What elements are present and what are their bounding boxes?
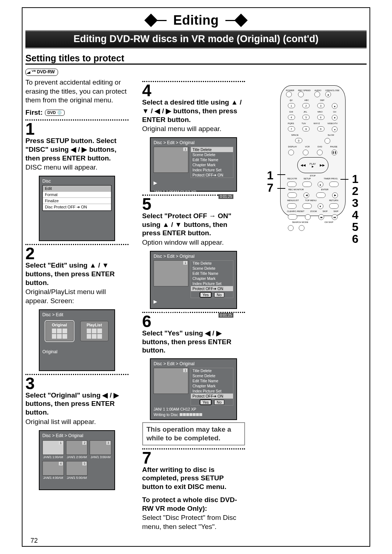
recspeed-button-icon — [298, 91, 304, 97]
edit-menu: Title Delete Scene Delete Edit Title Nam… — [191, 368, 233, 406]
step-7: 7 After writing to disc is completed, pr… — [142, 449, 245, 491]
note-box: This operation may take a while to be co… — [142, 422, 245, 445]
disc-icon: ◢ — [26, 70, 30, 74]
step-num: 2 — [25, 245, 128, 262]
intro-text: To prevent accidental editing or erasing… — [25, 78, 128, 105]
column-right: POWER REC SPEED AUDIO OPEN/CLOSE▲ @/:ABC… — [259, 78, 367, 534]
step-head: Select "Original" using ◀ / ▶ buttons, t… — [25, 391, 128, 417]
step-body: DISC menu will appear. — [25, 163, 128, 172]
remote-callout-right: 1 2 3 4 5 6 — [352, 173, 359, 245]
callout-line-icon — [340, 179, 348, 180]
no-option: No — [214, 292, 224, 297]
rew-icon: ◀◀ — [301, 163, 306, 167]
screen-edit-menu-5: Disc > Edit > Original 1 Title Delete Sc… — [150, 251, 237, 309]
step-num: 7 — [142, 449, 245, 466]
whole-disc: To protect a whole disc DVD-RW VR mode O… — [142, 496, 245, 531]
thumb: 1 — [42, 440, 64, 455]
badge-vr: VR — [32, 69, 36, 73]
yes-option: Yes — [200, 292, 211, 297]
footer-right: 0:01:25 — [219, 194, 233, 199]
thumb-grid: 1 JAN/1 1:00AM 2 JAN/1 2:00AM 3 JAN/1 3:… — [42, 440, 111, 480]
menu-item: Disc Protect OFF ➔ ON — [43, 204, 111, 211]
step-2: 2 Select "Edit" using ▲ / ▼ buttons, the… — [25, 245, 128, 306]
screen-orig-list: Disc > Edit > Original 1 JAN/1 1:00AM 2 … — [39, 430, 115, 490]
callout-line-icon — [277, 188, 285, 189]
original-tile: Original — [45, 321, 74, 341]
screen-orig-play: Disc > Edit Original PlayList Original — [39, 309, 115, 371]
screen-disc-menu: Disc Edit Format Finalize Disc Protect O… — [39, 176, 115, 241]
playlist-tile: PlayList — [80, 321, 109, 341]
step-head: Press SETUP button. Select "DISC" using … — [25, 137, 128, 162]
thumb: 5 — [66, 461, 87, 476]
no-option: No — [214, 400, 224, 405]
writing-row: Writing to Disc — [154, 412, 233, 417]
remote-row-top: POWER REC SPEED AUDIO OPEN/CLOSE▲ — [284, 89, 342, 97]
up-arrow-icon: ▲ — [318, 182, 323, 187]
progress-bar-icon — [180, 413, 202, 416]
edit-menu: Title Delete Scene Delete Edit Title Nam… — [191, 147, 233, 178]
tile-label: Original — [52, 323, 67, 327]
play-dpad: ◀◀ PLAY▶ ▶▶ — [297, 157, 328, 173]
step-3: 3 Select "Original" using ◀ / ▶ buttons,… — [25, 375, 128, 427]
dvd-button-icon — [317, 150, 323, 155]
thumb: 3 — [90, 440, 111, 455]
step-body: Original list will appear. — [25, 417, 128, 427]
dvdrw-badge: ◢ VR DVD-RW — [25, 69, 58, 76]
step-num: 3 — [25, 375, 128, 392]
screen-edit-menu-6: Disc > Edit > Original 1 Title Delete Sc… — [150, 358, 237, 420]
yes-no-row: Yes No — [191, 292, 233, 298]
yes-no-row: Yes No — [191, 399, 233, 405]
footer-left: JAN/ 1 1:00AM CH12 XP — [154, 190, 196, 194]
screen-crumb: Disc — [42, 179, 111, 184]
remote-callout-left: 1 7 — [267, 170, 274, 194]
step-head: After writing to disc is completed, pres… — [142, 465, 245, 491]
diamond-left-icon — [144, 14, 158, 27]
big-thumb: 1 — [154, 147, 188, 173]
main-columns: To prevent accidental editing or erasing… — [25, 78, 367, 534]
orig-caption: Original — [42, 349, 111, 354]
thumb: 2 — [66, 440, 87, 455]
step-num: 4 — [142, 82, 245, 99]
play-icon: ▶ — [154, 299, 233, 304]
recmon-button-icon — [287, 192, 297, 198]
play-icon: ▶ — [154, 180, 233, 186]
timerprog-button-icon — [329, 182, 339, 187]
footer-right: 0:01:25 — [219, 313, 233, 318]
menu-item: Format — [43, 192, 111, 198]
grid-icon — [52, 329, 67, 339]
audio-button-icon — [314, 91, 320, 97]
menu-list: Edit Format Finalize Disc Protect OFF ➔ … — [42, 185, 111, 211]
screen-crumb: Disc > Edit > Original — [154, 361, 233, 366]
section-banner: Editing DVD-RW discs in VR mode (Origina… — [25, 30, 367, 49]
big-thumb: 1 — [154, 368, 188, 394]
menu-item: Finalize — [43, 198, 111, 204]
remote-wrap: POWER REC SPEED AUDIO OPEN/CLOSE▲ @/:ABC… — [280, 85, 346, 216]
screen-edit-menu-4: Disc > Edit > Original 1 Title Delete Sc… — [150, 137, 237, 192]
grid-icon — [87, 329, 102, 339]
yes-option: Yes — [200, 400, 211, 405]
menu-item: Edit — [43, 186, 111, 192]
step-body: Original menu will appear. — [142, 125, 245, 134]
slow-button-icon — [324, 138, 330, 144]
chapter-title: Editing — [167, 13, 225, 28]
remote-illustration: POWER REC SPEED AUDIO OPEN/CLOSE▲ @/:ABC… — [280, 85, 346, 216]
enter-button-icon — [316, 192, 326, 198]
thumb-time: JAN/1 1:00AM — [42, 455, 64, 459]
step-head: Select "Protect OFF → ON" using ▲ / ▼ bu… — [142, 212, 245, 237]
topmenu-button-icon — [302, 203, 312, 209]
left-arrow-icon: ◀ — [303, 192, 309, 198]
screen-crumb: Disc > Edit > Original — [42, 433, 111, 438]
pause-button-icon: ❚❚ — [331, 150, 337, 155]
badge-text: DVD-RW — [37, 69, 55, 74]
thumb-time: JAN/1 2:00AM — [66, 455, 87, 459]
first-label: First: — [25, 109, 43, 117]
chapter-banner: Editing — [25, 13, 367, 28]
first-row: First: DVD 💿 — [25, 109, 128, 117]
return-button-icon — [329, 203, 339, 209]
vcr-button-icon — [303, 150, 309, 155]
step-head: Select "Yes" using ◀ / ▶ buttons, then p… — [142, 329, 245, 355]
setup-button-icon — [302, 182, 312, 187]
display-button-icon — [288, 150, 294, 155]
page-number: 72 — [30, 537, 38, 545]
dvd-icon: DVD 💿 — [45, 110, 65, 116]
